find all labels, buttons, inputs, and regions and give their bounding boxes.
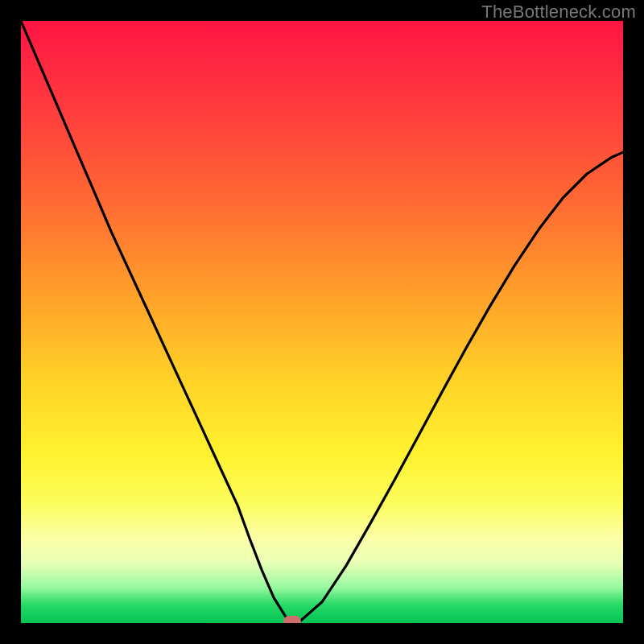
optimum-marker [283, 616, 301, 623]
chart-frame: TheBottleneck.com [0, 0, 644, 644]
watermark-label: TheBottleneck.com [481, 2, 636, 23]
curve-svg [21, 21, 623, 623]
plot-area [21, 21, 623, 623]
bottleneck-curve [21, 21, 623, 623]
